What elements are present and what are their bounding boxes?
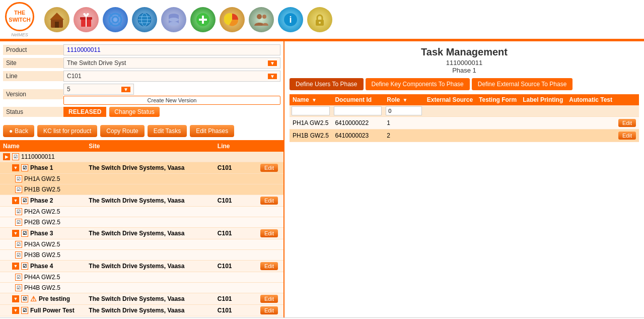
phase-1-row[interactable]: ▼ ☑ Phase 1 The Switch Drive Systems, Va… <box>0 162 283 174</box>
phase1-expand-icon[interactable]: ▼ <box>12 164 19 171</box>
filter-role-input[interactable] <box>386 106 421 115</box>
svg-point-19 <box>169 22 179 26</box>
row1-edit-button[interactable]: Edit <box>618 119 636 127</box>
phase4-checkbox[interactable]: ☑ <box>21 263 28 270</box>
phase1-checkbox[interactable]: ☑ <box>21 164 28 171</box>
ph2a-checkbox[interactable]: ☑ <box>15 208 22 215</box>
ph4a-checkbox[interactable]: ☑ <box>15 274 22 281</box>
col-role[interactable]: Role ▼ <box>384 94 423 105</box>
product-checkbox[interactable]: ☑ <box>12 153 19 160</box>
phase4-line: C101 <box>218 263 260 270</box>
phase-2-row[interactable]: ▼ ☑ Phase 2 The Switch Drive Systems, Va… <box>0 195 283 207</box>
back-button[interactable]: ● Back <box>3 125 34 137</box>
product-value: 1110000011 <box>63 44 280 55</box>
tab-define-users[interactable]: Define Users To Phase <box>290 78 364 90</box>
row2-edit-button[interactable]: Edit <box>618 132 636 140</box>
pre-testing-row[interactable]: ▼ ☑ ⚠ Pre testing The Switch Drive Syste… <box>0 293 283 305</box>
phase3-edit-button[interactable]: Edit <box>260 229 278 237</box>
tree-section: Name Site Line ▶ ☑ 1110000011 <box>0 140 283 317</box>
ph2a-row[interactable]: ☑ PH2A GW2.5 <box>0 207 283 217</box>
info-icon[interactable]: i <box>278 7 303 32</box>
users-icon[interactable] <box>249 7 274 32</box>
logo-area: THE SWITCH NetMES <box>5 2 34 37</box>
create-new-version-button[interactable]: Create New Version <box>63 96 280 105</box>
version-value[interactable]: 5 ▼ <box>63 84 134 95</box>
chart-icon[interactable] <box>220 7 245 32</box>
tab-define-key-components[interactable]: Define Key Components To Phase <box>366 78 470 90</box>
site-value[interactable]: The Switch Drive Syst ▼ <box>63 57 280 69</box>
phase-3-row[interactable]: ▼ ☑ Phase 3 The Switch Drive Systems, Va… <box>0 228 283 239</box>
ph2b-checkbox[interactable]: ☑ <box>15 219 22 226</box>
edit-phases-button[interactable]: Edit Phases <box>190 125 234 137</box>
help-icon[interactable] <box>103 7 128 32</box>
phase4-name: Phase 4 <box>30 263 53 270</box>
gift-icon[interactable] <box>74 7 99 32</box>
product-expand-icon[interactable]: ▶ <box>3 153 10 160</box>
phase2-checkbox[interactable]: ☑ <box>21 197 28 204</box>
phase4-expand-icon[interactable]: ▼ <box>12 263 19 270</box>
ph3a-name: PH3A GW2.5 <box>24 241 60 248</box>
ph4b-checkbox[interactable]: ☑ <box>15 284 22 291</box>
phase3-checkbox[interactable]: ☑ <box>21 230 28 237</box>
phase1-edit-button[interactable]: Edit <box>260 164 278 172</box>
phase2-edit-button[interactable]: Edit <box>260 197 278 205</box>
ph4a-row[interactable]: ☑ PH4A GW2.5 <box>0 272 283 283</box>
col-edit <box>615 94 639 105</box>
line-label: Line <box>3 71 63 81</box>
ph1a-checkbox[interactable]: ☑ <box>15 175 22 182</box>
phase-4-row[interactable]: ▼ ☑ Phase 4 The Switch Drive Systems, Va… <box>0 261 283 272</box>
line-value[interactable]: C101 ▼ <box>63 71 280 82</box>
col-label-printing: Label Printing <box>520 94 566 105</box>
row1-name: PH1A GW2.5 <box>290 117 332 130</box>
ph1b-checkbox[interactable]: ☑ <box>15 186 22 193</box>
col-name[interactable]: Name ▼ <box>290 94 332 105</box>
ph2b-name: PH2B GW2.5 <box>24 219 60 226</box>
fullpower-name: Full Power Test <box>30 307 75 314</box>
phase2-site: The Switch Drive Systems, Vaasa <box>89 197 218 204</box>
pretesting-checkbox[interactable]: ☑ <box>21 295 28 302</box>
phase2-name: Phase 2 <box>30 197 53 204</box>
line-dropdown-arrow: ▼ <box>268 74 277 79</box>
row2-testing-form <box>476 130 520 142</box>
ph3b-row[interactable]: ☑ PH3B GW2.5 <box>0 250 283 261</box>
fullpower-checkbox[interactable]: ☑ <box>21 307 28 314</box>
home-icon[interactable] <box>44 7 69 32</box>
col-doc-id[interactable]: Document Id <box>332 94 384 105</box>
phase4-edit-button[interactable]: Edit <box>260 262 278 270</box>
phase2-expand-icon[interactable]: ▼ <box>12 197 19 204</box>
globe-icon[interactable] <box>132 7 157 32</box>
pretesting-expand-icon[interactable]: ▼ <box>12 295 19 302</box>
ph1b-row[interactable]: ☑ PH1B GW2.5 <box>0 184 283 195</box>
lock-icon[interactable] <box>307 7 332 32</box>
fullpower-edit-button[interactable]: Edit <box>260 306 278 314</box>
phase3-expand-icon[interactable]: ▼ <box>12 230 19 237</box>
ph4b-name: PH4B GW2.5 <box>24 284 60 291</box>
pretesting-edit-button[interactable]: Edit <box>260 295 278 303</box>
tab-define-external-source[interactable]: Define External Source To Phase <box>472 78 573 90</box>
ph4b-row[interactable]: ☑ PH4B GW2.5 <box>0 283 283 293</box>
filter-name-input[interactable] <box>292 106 330 115</box>
ph3b-checkbox[interactable]: ☑ <box>15 251 22 259</box>
svg-point-29 <box>319 22 321 24</box>
kc-list-button[interactable]: KC list for product <box>37 125 97 137</box>
edit-tasks-button[interactable]: Edit Tasks <box>148 125 187 137</box>
full-power-test-row[interactable]: ▼ ☑ Full Power Test The Switch Drive Sys… <box>0 305 283 316</box>
add-icon[interactable] <box>190 7 216 32</box>
ph1a-row[interactable]: ☑ PH1A GW2.5 <box>0 174 283 184</box>
ph2b-row[interactable]: ☑ PH2B GW2.5 <box>0 217 283 228</box>
ph3a-checkbox[interactable]: ☑ <box>15 241 22 248</box>
site-row: Site The Switch Drive Syst ▼ <box>3 57 280 69</box>
svg-point-25 <box>262 15 266 19</box>
col-testing-form: Testing Form <box>476 94 520 105</box>
pretesting-line: C101 <box>218 295 260 302</box>
product-tree-row[interactable]: ▶ ☑ 1110000011 <box>0 152 283 162</box>
ph1b-name: PH1B GW2.5 <box>24 186 60 193</box>
fullpower-expand-icon[interactable]: ▼ <box>12 307 19 314</box>
ph3a-row[interactable]: ☑ PH3A GW2.5 <box>0 239 283 250</box>
database-icon[interactable] <box>161 7 186 32</box>
row2-name: PH1B GW2.5 <box>290 130 332 142</box>
copy-route-button[interactable]: Copy Route <box>100 125 144 137</box>
logo: THE SWITCH <box>5 2 34 31</box>
filter-docid-input[interactable] <box>334 106 382 115</box>
change-status-button[interactable]: Change Status <box>109 107 159 117</box>
